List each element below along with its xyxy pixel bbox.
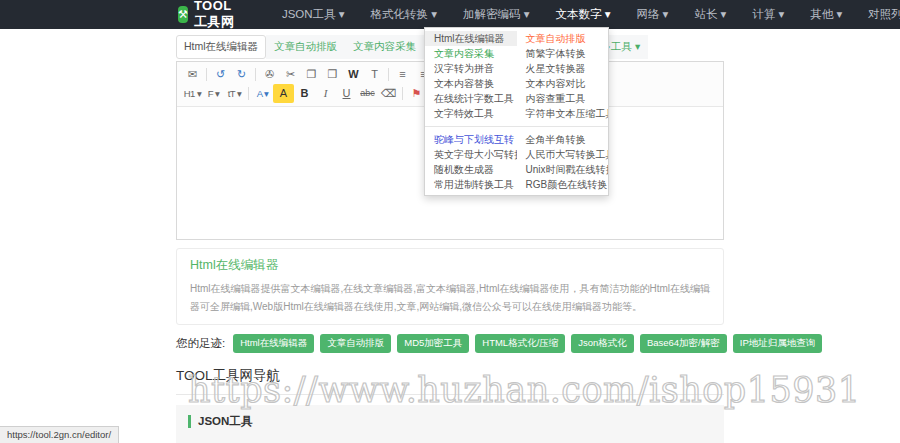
footprints-label: 您的足迹:: [176, 336, 225, 351]
highlight-color-icon[interactable]: A: [273, 84, 294, 103]
align-left-icon[interactable]: ≡: [392, 65, 413, 84]
nav-item-format-convert[interactable]: 格式化转换 ▾: [358, 0, 450, 29]
site-nav-title: TOOL工具网导航: [176, 367, 724, 395]
nav-item-other[interactable]: 其他 ▾: [797, 0, 855, 29]
paste-plain-text-icon[interactable]: T: [364, 65, 385, 84]
footprint-html-format-button[interactable]: HTML格式化/压缩: [475, 334, 565, 353]
toolbar-separator: [248, 87, 249, 100]
menu-item-rmb-uppercase[interactable]: 人民币大写转换工具: [517, 147, 609, 162]
menu-item-simplified-traditional[interactable]: 简繁字体转换: [517, 46, 609, 61]
menu-item-camel-underscore[interactable]: 驼峰与下划线互转: [425, 132, 517, 147]
footprint-article-layout-button[interactable]: 文章自动排版: [320, 334, 391, 353]
wrench-logo-icon: ⚒: [178, 6, 188, 23]
json-tools-panel-title: JSON工具: [188, 415, 712, 428]
attach-icon[interactable]: ✉: [182, 65, 203, 84]
menu-item-text-compare[interactable]: 文本内容对比: [517, 76, 609, 91]
nav-item-calculate[interactable]: 计算 ▾: [739, 0, 797, 29]
menu-item-html-editor[interactable]: Html在线编辑器: [425, 31, 517, 46]
menu-item-article-collect[interactable]: 文章内容采集: [425, 46, 517, 61]
menu-item-letter-case[interactable]: 英文字母大小写转换: [425, 147, 517, 162]
nav-item-text-number[interactable]: 文本数字 ▾: [542, 0, 623, 29]
bold-icon[interactable]: B: [294, 84, 315, 103]
intro-title: Html在线编辑器: [190, 257, 710, 274]
paste-from-word-icon[interactable]: W: [343, 65, 364, 84]
nav-item-network[interactable]: 网络 ▾: [623, 0, 681, 29]
footprint-base64-button[interactable]: Base64加密/解密: [640, 334, 727, 353]
intro-card: Html在线编辑器 Html在线编辑器提供富文本编辑器,在线文章编辑器,富文本编…: [176, 248, 724, 325]
nav-item-reference-list[interactable]: 对照列表 ▾: [855, 0, 900, 29]
remove-format-icon[interactable]: ⌫: [378, 84, 399, 103]
menu-item-rgb-color[interactable]: RGB颜色在线转换: [517, 177, 609, 192]
brand-name: TOOL工具网: [194, 0, 239, 31]
footprints-bar: 您的足迹: Html在线编辑器 文章自动排版 MD5加密工具 HTML格式化/压…: [176, 334, 724, 353]
tab-article-collect[interactable]: 文章内容采集: [345, 35, 424, 59]
menu-item-martian-text[interactable]: 火星文转换器: [517, 61, 609, 76]
tab-article-auto-layout[interactable]: 文章自动排版: [266, 35, 345, 59]
font-color-icon[interactable]: A ▾: [252, 84, 273, 103]
strikethrough-icon[interactable]: abc: [357, 84, 378, 103]
intro-text: Html在线编辑器提供富文本编辑器,在线文章编辑器,富文本编辑器,Html在线编…: [190, 280, 710, 315]
nav-item-json-tools[interactable]: JSON工具 ▾: [269, 0, 358, 29]
nav-item-webmaster[interactable]: 站长 ▾: [681, 0, 739, 29]
toolbar-separator: [388, 68, 389, 81]
footprint-ip-lookup-button[interactable]: IP地址归属地查询: [733, 334, 822, 353]
italic-icon[interactable]: I: [315, 84, 336, 103]
menu-item-hanzi-to-pinyin[interactable]: 汉字转为拼音: [425, 61, 517, 76]
top-navbar: ⚒ TOOL工具网 JSON工具 ▾ 格式化转换 ▾ 加解密编码 ▾ 文本数字 …: [0, 0, 900, 29]
menu-item-fullwidth-halfwidth[interactable]: 全角半角转换: [517, 132, 609, 147]
menu-item-text-replace[interactable]: 文本内容替换: [425, 76, 517, 91]
tab-html-editor[interactable]: Html在线编辑器: [176, 35, 266, 59]
menu-item-duplicate-check[interactable]: 内容查重工具: [517, 91, 609, 106]
browser-status-bar: https://tool.2gn.cn/editor/: [0, 426, 119, 443]
undo-icon[interactable]: ↺: [210, 65, 231, 84]
underline-icon[interactable]: U: [336, 84, 357, 103]
font-family-select[interactable]: F ▾: [203, 84, 224, 103]
menu-item-unix-timestamp[interactable]: Unix时间戳在线转换: [517, 162, 609, 177]
menu-divider: [425, 126, 608, 127]
heading-select[interactable]: H1 ▾: [182, 84, 203, 103]
menu-item-random-number[interactable]: 随机数生成器: [425, 162, 517, 177]
menu-item-article-auto-layout[interactable]: 文章自动排版: [517, 31, 609, 46]
menu-item-string-compress[interactable]: 字符串文本压缩工具: [517, 106, 609, 121]
toolbar-separator: [255, 68, 256, 81]
print-icon[interactable]: ✇: [259, 65, 280, 84]
menu-item-radix-convert[interactable]: 常用进制转换工具: [425, 177, 517, 192]
redo-icon[interactable]: ↻: [231, 65, 252, 84]
paste-icon[interactable]: ❒: [322, 65, 343, 84]
menu-item-word-count[interactable]: 在线统计字数工具: [425, 91, 517, 106]
font-size-select[interactable]: tT ▾: [224, 84, 245, 103]
brand[interactable]: ⚒ TOOL工具网: [178, 0, 239, 31]
nav-item-encrypt-encode[interactable]: 加解密编码 ▾: [450, 0, 542, 29]
text-number-dropdown-menu: Html在线编辑器 文章自动排版 文章内容采集 简繁字体转换 汉字转为拼音 火星…: [424, 27, 609, 196]
cut-icon[interactable]: ✂: [280, 65, 301, 84]
footprint-md5-button[interactable]: MD5加密工具: [397, 334, 469, 353]
toolbar-separator: [206, 68, 207, 81]
footprint-json-format-button[interactable]: Json格式化: [571, 334, 634, 353]
footprint-html-editor-button[interactable]: Html在线编辑器: [233, 334, 314, 353]
menu-item-text-effect[interactable]: 文字特效工具: [425, 106, 517, 121]
toolbar-separator: [402, 87, 403, 100]
json-tools-panel: JSON工具 Json格式化 Json格式化(上下) Json格式化(左右) J…: [176, 405, 724, 443]
copy-icon[interactable]: ❐: [301, 65, 322, 84]
